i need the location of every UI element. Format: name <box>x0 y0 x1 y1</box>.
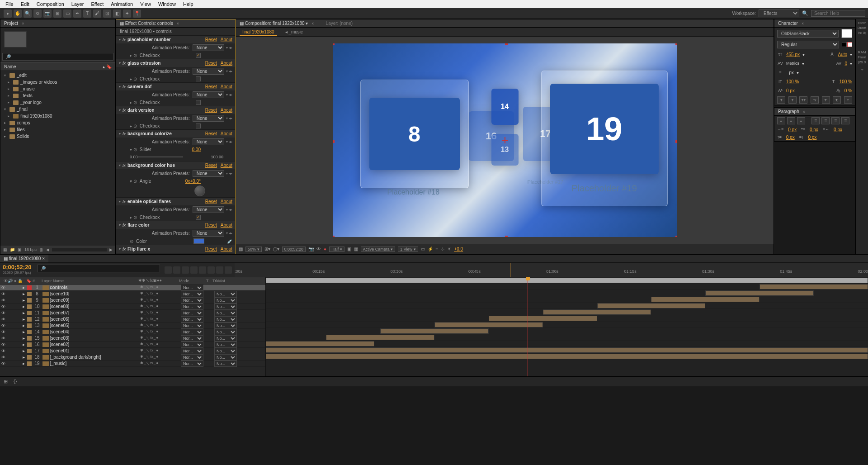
selection-handle[interactable] <box>333 236 335 237</box>
trkmat-select[interactable]: No... <box>214 291 237 297</box>
grid-icon[interactable]: ⊞▾ <box>264 247 270 251</box>
text-style-button-4[interactable]: T' <box>822 96 830 104</box>
reset-exposure-icon[interactable]: ☀ <box>447 247 451 251</box>
playhead-head-icon[interactable] <box>526 277 530 280</box>
layer-bar[interactable] <box>543 309 651 315</box>
layer-row-11[interactable]: 👁▸11[scene07]✱_＼fx_●Nor...No... <box>0 310 265 316</box>
blend-mode-select[interactable]: Nor... <box>181 335 203 342</box>
label-color[interactable] <box>27 349 32 353</box>
col-trkmat[interactable]: TrkMat <box>212 279 235 283</box>
layer-bar[interactable] <box>434 322 543 327</box>
project-col-name[interactable]: Name <box>4 64 16 69</box>
selection-tool-icon[interactable]: ▸ <box>4 9 12 18</box>
layer-row-19[interactable]: 👁▸19[_music]✱_＼fx_●Nor...No... <box>0 361 265 367</box>
hand-tool-icon[interactable]: ✋ <box>14 9 22 18</box>
flowchart-icon[interactable]: ⊹ <box>441 247 444 251</box>
blend-mode-select[interactable]: Nor... <box>181 354 203 361</box>
tree-item--edit[interactable]: ▾_edit <box>0 72 115 79</box>
text-style-button-6[interactable]: T <box>844 96 852 104</box>
fx-badge[interactable]: fx <box>150 361 153 366</box>
trkmat-select[interactable]: No... <box>214 354 237 361</box>
tracking-value[interactable]: 0 <box>844 61 847 66</box>
label-color[interactable] <box>27 361 32 366</box>
fx-badge[interactable]: fx <box>150 329 153 334</box>
effect-placeholder-number[interactable]: ▾fxplaceholder numberResetAbout <box>116 36 235 43</box>
tsume-value[interactable]: 0 % <box>844 88 852 93</box>
trkmat-select[interactable]: No... <box>214 348 237 354</box>
fx-badge[interactable]: fx <box>150 342 153 347</box>
effect-dark-version[interactable]: ▾fxdark versionResetAbout <box>116 106 235 114</box>
visibility-icon[interactable]: 👁 <box>0 330 6 334</box>
rotate-tool-icon[interactable]: ↻ <box>33 9 42 18</box>
transparency-icon[interactable]: ▦ <box>354 247 358 251</box>
info-panel-collapsed[interactable]: contr <box>858 21 866 25</box>
close-icon[interactable]: × <box>177 21 179 26</box>
trkmat-select[interactable]: No... <box>214 335 237 342</box>
layer-row-12[interactable]: 👁▸12[scene06]✱_＼fx_●Nor...No... <box>0 316 265 323</box>
effect-background-color-hue[interactable]: ▾fxbackground color hueResetAbout <box>116 161 235 169</box>
effect-controls-tab[interactable]: ▦ Effect Controls: controls <box>120 21 173 26</box>
timeline-search-input[interactable] <box>37 265 160 272</box>
eraser-tool-icon[interactable]: ◧ <box>113 9 121 18</box>
label-color[interactable] <box>27 311 32 315</box>
visibility-icon[interactable]: 👁 <box>0 342 6 347</box>
about-link[interactable]: About <box>221 199 232 204</box>
reset-link[interactable]: Reset <box>205 247 217 251</box>
menu-edit[interactable]: Edit <box>17 1 33 7</box>
tree-item-final-1920x1080[interactable]: ▸final 1920x1080 <box>0 113 115 119</box>
selection-handle[interactable] <box>675 236 677 237</box>
draft-3d-icon[interactable] <box>173 266 180 274</box>
about-link[interactable]: About <box>221 223 232 228</box>
blend-mode-select[interactable]: Nor... <box>181 323 203 329</box>
viewer-comp-tab[interactable]: ▦ Composition: final 1920x1080 ▾ <box>240 21 308 26</box>
blend-mode-select[interactable]: Nor... <box>181 348 203 354</box>
reset-link[interactable]: Reset <box>205 84 217 89</box>
search-help-input[interactable] <box>811 10 865 17</box>
layer-bar[interactable] <box>266 341 374 346</box>
selection-handle[interactable] <box>675 43 677 45</box>
paragraph-tab[interactable]: Paragraph <box>778 109 799 114</box>
auto-keyframe-icon[interactable] <box>216 266 223 274</box>
reset-link[interactable]: Reset <box>205 61 217 66</box>
presets-select[interactable]: None <box>193 44 224 51</box>
effect-Flip-flare-x[interactable]: ▾fxFlip flare xResetAbout <box>116 245 235 253</box>
checkbox[interactable]: ✓ <box>196 215 201 220</box>
layer-row-18[interactable]: 👁▸18[_background dark/bright]✱_＼fx_●Nor.… <box>0 354 265 361</box>
pixel-aspect-icon[interactable]: ▭ <box>421 247 425 251</box>
pan-behind-tool-icon[interactable]: ⊞ <box>53 9 61 18</box>
view-select[interactable]: 1 View ▾ <box>398 247 418 252</box>
project-search-input[interactable] <box>2 53 113 61</box>
about-link[interactable]: About <box>221 247 232 251</box>
project-tab[interactable]: Project <box>4 21 18 26</box>
menu-layer[interactable]: Layer <box>68 1 88 7</box>
layer-row-13[interactable]: 👁▸13[scene05]✱_＼fx_●Nor...No... <box>0 323 265 329</box>
checkbox[interactable] <box>196 100 201 105</box>
workspace-select[interactable]: Effects <box>759 9 799 17</box>
stroke-width-value[interactable]: - px <box>786 70 794 75</box>
text-style-button-0[interactable]: T <box>777 96 785 104</box>
about-link[interactable]: About <box>221 61 232 66</box>
blend-mode-select[interactable]: Nor... <box>181 342 203 348</box>
close-icon[interactable]: × <box>802 21 804 26</box>
viewer-layer-tab[interactable]: Layer: (none) <box>326 21 353 26</box>
menu-composition[interactable]: Composition <box>33 1 68 7</box>
tree-item-Solids[interactable]: ▸Solids <box>0 133 115 140</box>
blend-mode-select[interactable]: Nor... <box>181 304 203 310</box>
pen-tool-icon[interactable]: ✒ <box>73 9 81 18</box>
presets-select[interactable]: None <box>193 68 224 75</box>
layer-bar[interactable] <box>489 316 597 321</box>
effect-camera-dof[interactable]: ▾fxcamera dofResetAbout <box>116 83 235 90</box>
space-before-value[interactable]: 0 px <box>786 135 795 140</box>
toggle-switches-icon[interactable]: ⊞ <box>4 379 10 385</box>
brush-tool-icon[interactable]: 🖌 <box>93 9 101 18</box>
slider-track[interactable] <box>138 157 183 157</box>
menu-view[interactable]: View <box>137 1 155 7</box>
text-style-button-5[interactable]: T, <box>833 96 841 104</box>
timecode-display[interactable]: 0;00;52;20 <box>282 247 306 252</box>
effect-enable-optical-flares[interactable]: ▾fxenable optical flaresResetAbout <box>116 198 235 205</box>
effect-flare-color[interactable]: ▾fxflare colorResetAbout <box>116 221 235 229</box>
indent-left-value[interactable]: 0 px <box>788 127 797 132</box>
align-left-button[interactable]: ≡ <box>777 117 785 124</box>
font-family-select[interactable]: OldSansBlack <box>777 30 839 38</box>
fx-badge[interactable]: fx <box>150 298 153 303</box>
